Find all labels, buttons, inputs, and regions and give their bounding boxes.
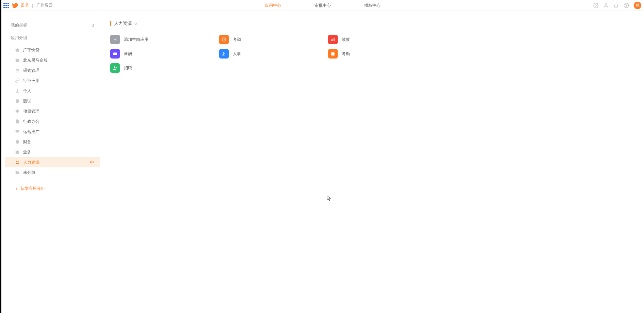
sidebar-item-label: 采购管理 — [23, 68, 39, 73]
brand-separator: | — [32, 3, 33, 8]
sidebar-item-label: 广宇快贷 — [23, 47, 39, 53]
sidebar-item-g12[interactable]: 人力资源••• — [5, 157, 100, 167]
user-icon[interactable] — [603, 3, 609, 8]
calendar-icon — [328, 49, 338, 59]
sidebar-item-label: 项目管理 — [23, 109, 39, 114]
sidebar-item-label: 行业应用 — [23, 78, 39, 84]
userplus-icon — [110, 63, 120, 73]
svg-point-16 — [223, 52, 224, 54]
sidebar-starred-count: 0 — [92, 23, 94, 28]
svg-rect-15 — [116, 53, 117, 54]
coin-icon — [15, 139, 20, 144]
main-panel: 人力资源 6 添加空白应用考勤绩效薪酬人事考勤招聘 — [103, 11, 644, 313]
sidebar-item-g4[interactable]: 行业应用••• — [5, 76, 100, 86]
svg-rect-12 — [333, 39, 333, 41]
diamond-icon — [15, 109, 20, 114]
people-icon — [15, 160, 20, 165]
svg-point-17 — [224, 53, 225, 54]
content-area: 我的星标 0 应用分组 广宇快贷•••北京黑马企服•••采购管理•••行业应用•… — [1, 11, 644, 313]
app-label: 添加空白应用 — [124, 37, 148, 43]
org-name: 广州客云 — [36, 2, 53, 8]
svg-rect-18 — [331, 52, 334, 55]
app-card-jixiao[interactable]: 绩效 — [328, 35, 430, 44]
app-card-renshi[interactable]: 人事 — [219, 49, 321, 59]
sidebar-item-g10[interactable]: 财务••• — [5, 137, 100, 147]
app-label: 人事 — [233, 51, 241, 57]
sidebar-item-g11[interactable]: 业务••• — [5, 147, 100, 157]
wallet-icon — [110, 49, 120, 59]
svg-point-9 — [18, 161, 19, 162]
app-card-xinchou[interactable]: 薪酬 — [110, 49, 212, 59]
svg-point-0 — [595, 5, 596, 6]
svg-point-8 — [16, 161, 18, 162]
sidebar-item-g3[interactable]: 采购管理••• — [5, 65, 100, 76]
app-card-kaoqin2[interactable]: 考勤 — [328, 49, 430, 59]
svg-point-19 — [114, 66, 116, 68]
svg-point-7 — [16, 140, 19, 144]
top-nav: 应用中心 审批中心 模板中心 — [263, 0, 382, 11]
sidebar-item-g2[interactable]: 北京黑马企服••• — [5, 55, 100, 65]
note-icon — [15, 99, 20, 103]
app-card-add[interactable]: 添加空白应用 — [110, 35, 212, 44]
brand-area[interactable]: 雀书 | 广州客云 — [12, 2, 53, 9]
gear-icon[interactable] — [593, 3, 598, 8]
brand-name: 雀书 — [20, 2, 29, 8]
sidebar-item-g9[interactable]: 运营推广••• — [5, 127, 100, 137]
app-label: 考勤 — [233, 37, 241, 43]
more-icon[interactable]: ••• — [90, 160, 94, 165]
svg-rect-6 — [16, 130, 19, 132]
svg-point-4 — [17, 89, 18, 91]
title-accent-bar — [110, 21, 111, 26]
briefcase-icon — [15, 58, 20, 63]
nav-approve-center[interactable]: 审批中心 — [313, 0, 332, 11]
monitor-icon — [15, 129, 20, 134]
nav-template-center[interactable]: 模板中心 — [363, 0, 382, 11]
sidebar-item-label: 财务 — [23, 139, 31, 145]
avatar-text: 秋 — [636, 3, 640, 8]
sidebar-item-label: 业务 — [23, 149, 31, 155]
add-group-label: 新增应用分组 — [20, 186, 45, 192]
app-label: 考勤 — [342, 51, 350, 57]
app-label: 薪酬 — [124, 51, 132, 57]
app-card-kaoqin1[interactable]: 考勤 — [219, 35, 321, 44]
sidebar-item-g5[interactable]: 个人••• — [5, 86, 100, 96]
person-icon — [15, 88, 20, 93]
sidebar-group-header-label: 应用分组 — [11, 35, 27, 41]
sidebar-starred[interactable]: 我的星标 0 — [5, 20, 100, 30]
plus-icon: + — [15, 186, 18, 191]
sidebar-starred-label: 我的星标 — [11, 22, 27, 28]
sidebar-item-g1[interactable]: 广宇快贷••• — [5, 45, 100, 55]
sidebar-item-label: 个人 — [23, 88, 31, 94]
svg-point-1 — [605, 3, 607, 5]
sidebar-group-header: 应用分组 — [5, 33, 100, 43]
briefcase-icon — [15, 48, 20, 52]
plus-icon — [110, 35, 120, 44]
add-group-button[interactable]: + 新增应用分组 — [5, 182, 100, 192]
help-icon[interactable] — [624, 3, 629, 8]
avatar[interactable]: 秋 — [634, 2, 641, 9]
sidebar-item-label: 测试 — [23, 98, 31, 104]
sidebar-item-g8[interactable]: 行政办公••• — [5, 116, 100, 127]
apps-launcher-icon[interactable] — [3, 3, 9, 8]
page-count: 6 — [134, 21, 137, 26]
cart-icon — [15, 68, 20, 73]
nav-app-center[interactable]: 应用中心 — [263, 0, 283, 11]
svg-point-3 — [626, 6, 627, 7]
app-card-zhaopin[interactable]: 招聘 — [110, 63, 212, 73]
doc-icon — [15, 119, 20, 124]
sidebar-item-g7[interactable]: 项目管理••• — [5, 106, 100, 116]
svg-rect-13 — [334, 38, 334, 41]
app-grid: 添加空白应用考勤绩效薪酬人事考勤招聘 — [110, 35, 637, 73]
sidebar-item-label: 人力资源 — [23, 160, 39, 165]
sidebar-group-list: 广宇快贷•••北京黑马企服•••采购管理•••行业应用•••个人•••测试•••… — [5, 45, 100, 178]
sidebar-item-g6[interactable]: 测试••• — [5, 96, 100, 106]
header-bar: 雀书 | 广州客云 应用中心 审批中心 模板中心 秋 — [1, 0, 644, 11]
sidebar-item-label: 运营推广 — [23, 129, 39, 135]
sidebar: 我的星标 0 应用分组 广宇快贷•••北京黑马企服•••采购管理•••行业应用•… — [1, 11, 103, 313]
app-label: 绩效 — [342, 37, 350, 43]
app-label: 招聘 — [124, 65, 132, 71]
page-title-row: 人力资源 6 — [110, 20, 637, 27]
bell-icon[interactable] — [613, 3, 619, 8]
sidebar-item-g13[interactable]: 未分组••• — [5, 167, 100, 178]
header-actions: 秋 — [593, 2, 641, 9]
